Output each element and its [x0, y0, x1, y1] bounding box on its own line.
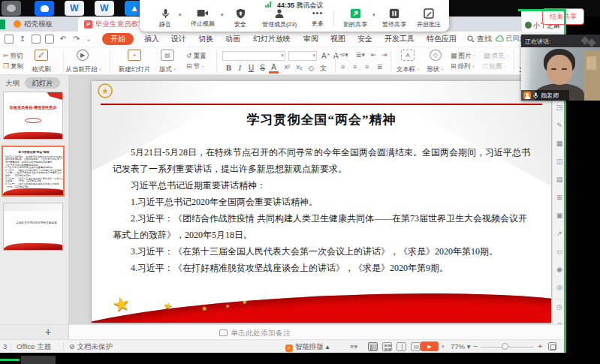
undo-icon[interactable]: ↶ [59, 35, 68, 44]
tab-security[interactable]: 安全 [353, 33, 377, 45]
grow-font-button[interactable]: A⁺ [321, 52, 330, 60]
slide-thumbnail-1[interactable]: 珍视党员身份 增强党性意识 [3, 92, 63, 140]
more-button[interactable]: ••• 更多 [306, 8, 329, 29]
shapes-button[interactable]: 形状 · [422, 65, 448, 74]
tab-features[interactable]: 特色应用 [422, 33, 461, 45]
new-share-button[interactable]: 新的共享 [339, 8, 371, 29]
bold-button[interactable]: B [224, 64, 234, 72]
reset-button[interactable]: ↺重置 [186, 52, 207, 61]
slide-thumbnail-3[interactable]: 党组织关系调转的程序和注意事项 [3, 203, 63, 251]
tab-insert[interactable]: 插入 [140, 33, 164, 45]
tab-home[interactable]: 开始 [102, 33, 134, 45]
zoom-slider-knob[interactable] [502, 343, 508, 350]
find-control[interactable]: 查找 [467, 34, 492, 44]
mute-caret[interactable]: ▾ [179, 12, 182, 18]
wps-doc-icon[interactable]: W [65, 1, 84, 16]
cut-button[interactable]: ✂剪切 [3, 52, 23, 61]
font-color-button[interactable]: A [269, 63, 279, 74]
indent-decrease-icon[interactable]: ⇤ [371, 51, 377, 59]
quickbar-caret-icon[interactable]: ⌄ [84, 35, 93, 44]
align-right-icon[interactable]: ≡ [365, 63, 369, 71]
section-button[interactable]: ⊟节 · [186, 62, 204, 71]
italic-button[interactable]: I [235, 64, 245, 72]
wps-doc-icon[interactable]: W [95, 1, 114, 16]
slideshow-view-button[interactable] [411, 342, 421, 351]
app-icon-gray[interactable] [2, 1, 21, 16]
subscript-button[interactable]: X₂ [294, 64, 304, 71]
font-family-select[interactable] [222, 51, 285, 61]
print-icon[interactable] [32, 35, 41, 44]
tab-transition[interactable]: 切换 [194, 33, 218, 45]
stop-video-button[interactable]: 停止视频 [186, 8, 219, 29]
tencent-meeting-icon[interactable] [35, 1, 54, 16]
current-slide[interactable]: ★ 学习贯彻全国“两会”精神 5月21日-5月28日，在特殊节点召开的不同寻常的… [92, 81, 551, 323]
text-tool-button[interactable]: 文 [318, 64, 328, 74]
play-from-current-icon[interactable]: ▶ [77, 50, 89, 61]
normal-view-button[interactable] [368, 342, 378, 351]
tab-review[interactable]: 审阅 [299, 33, 323, 45]
redo-icon[interactable]: ↷ [72, 35, 81, 44]
tab-view[interactable]: 视图 [326, 33, 350, 45]
new-share-caret[interactable]: ▾ [372, 12, 375, 18]
format-painter-button[interactable]: 格式刷 [29, 65, 54, 74]
arrange-button[interactable]: ⊞排列 · [451, 62, 475, 71]
protection-status[interactable]: ⊘ 文档未保护 [69, 342, 113, 352]
pause-share-button[interactable]: 暂停共享 [378, 8, 410, 29]
fill-button[interactable]: ▧填充 · [484, 52, 508, 61]
zoom-out-button[interactable]: − [473, 341, 478, 350]
copy-button[interactable]: ❐复制 [3, 62, 23, 71]
mute-button[interactable]: 静音 [152, 8, 179, 29]
slide-sorter-button[interactable] [382, 342, 392, 351]
underline-button[interactable]: U [246, 64, 256, 72]
tab-outline[interactable]: 大纲 [5, 79, 20, 89]
clear-format-button[interactable]: ◇ [306, 64, 316, 72]
font-size-select[interactable] [288, 51, 317, 61]
notes-placeholder[interactable]: 单击此处添加备注 [219, 328, 291, 338]
new-slide-icon[interactable]: + [128, 50, 141, 61]
export-icon[interactable]: ↥ [18, 35, 27, 44]
play-slideshow-button[interactable]: ▶ [421, 341, 439, 351]
participant-video[interactable]: 颜老师 [521, 47, 600, 101]
notes-bar[interactable]: + 单击此处添加备注 [0, 324, 565, 339]
reading-view-button[interactable] [396, 342, 406, 351]
tab-devtools[interactable]: 开发工具 [380, 33, 419, 45]
fit-to-window-icon[interactable] [548, 342, 556, 350]
video-call-window[interactable]: 正在讲话: 颜老师 [521, 35, 600, 101]
stop-video-caret[interactable]: ▾ [221, 12, 224, 18]
tab-animation[interactable]: 动画 [221, 33, 245, 45]
print-preview-icon[interactable] [45, 35, 54, 44]
picture-button[interactable]: ▦图片 · [451, 52, 475, 61]
text-box-icon[interactable]: A [401, 50, 415, 61]
new-slide-button[interactable]: 新建幻灯片 [117, 65, 152, 74]
bullet-list-icon[interactable]: ≡▾ [341, 51, 348, 59]
theme-name[interactable]: Office 主题 [17, 342, 51, 352]
tab-design[interactable]: 设计 [167, 33, 191, 45]
outline-button[interactable]: □轮廓 · [484, 62, 506, 71]
tab-slides[interactable]: 幻灯片 [25, 77, 60, 89]
superscript-button[interactable]: X² [282, 64, 292, 71]
align-justify-icon[interactable]: ≣ [377, 63, 383, 71]
shapes-icon[interactable]: ◇ [430, 50, 442, 61]
smart-layout-button[interactable]: ✓智能排版 ▴ [285, 342, 329, 352]
strike-button[interactable]: S [258, 64, 267, 72]
layout-button[interactable]: 版式 · [155, 65, 180, 74]
security-button[interactable]: 安全 [228, 8, 252, 29]
format-painter-icon[interactable]: 🖉 [35, 50, 48, 61]
tab-slideshow[interactable]: 幻灯片放映 [248, 33, 296, 45]
text-box-button[interactable]: 文本框 · [393, 65, 422, 74]
zoom-value[interactable]: 77% ▾ [451, 342, 470, 350]
manage-members-button[interactable]: 管理成员(23) [254, 8, 305, 29]
view-options-icon[interactable]: ≡▾ [350, 342, 357, 350]
indent-increase-icon[interactable]: ⇥ [381, 51, 387, 59]
layout-icon[interactable]: ▤ [161, 50, 174, 61]
slide-thumbnail-2-selected[interactable]: 学习贯彻全国“两会”精神 5月21日-5月28日，在特殊节点召开的不同寻常的今年… [2, 146, 65, 197]
align-center-icon[interactable]: ≡ [353, 63, 357, 71]
play-from-current-button[interactable]: 从当前开始 · [63, 65, 104, 74]
numbered-list-icon[interactable]: ≣▾ [356, 51, 365, 59]
zoom-in-button[interactable]: + [538, 341, 542, 350]
save-icon[interactable] [5, 35, 14, 44]
taskbar-peek[interactable] [21, 356, 56, 364]
add-slide-button[interactable]: + [45, 326, 51, 338]
tab-docer-templates[interactable]: 稻壳模板 [8, 17, 77, 32]
annotate-button[interactable]: 开启批注 [413, 8, 445, 29]
